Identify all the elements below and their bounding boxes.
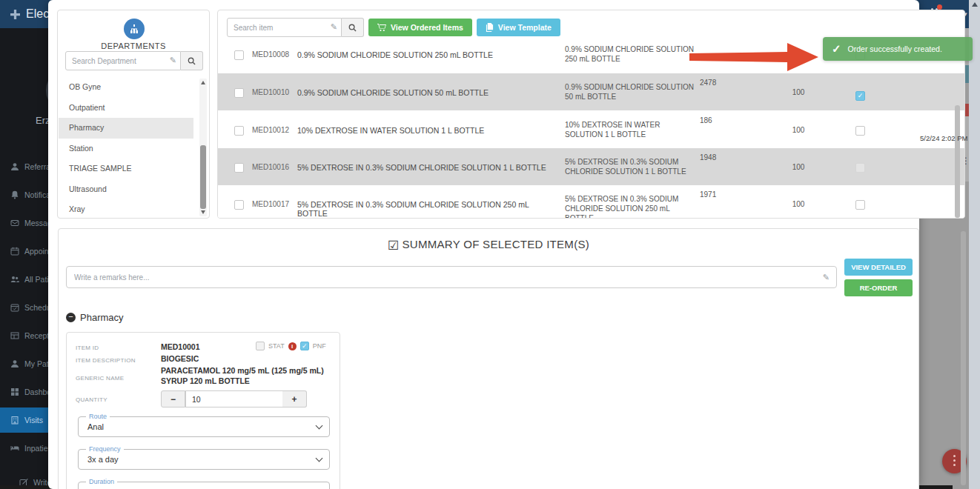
- item-id: MED10012: [252, 126, 289, 134]
- notification-badge: [937, 4, 942, 10]
- modal-scrollbar[interactable]: [961, 231, 966, 485]
- item-id: MED10017: [252, 200, 289, 208]
- selected-item-card: ITEM ID MED10001 STAT i ✓ PNF ITEM DESCR…: [66, 332, 340, 489]
- item-stock: 1971: [700, 190, 716, 199]
- department-item[interactable]: Station: [59, 139, 193, 159]
- sidebar-item-label: Appoint: [24, 247, 48, 256]
- generic-name-label: GENERIC NAME: [76, 375, 124, 382]
- departments-scrollbar[interactable]: [199, 79, 207, 216]
- stat-info-icon[interactable]: i: [288, 342, 297, 350]
- screen: Elec EN▼ Erz Referral Notifica Messag Ap…: [0, 0, 980, 489]
- items-toolbar: ✎ View Ordered Items View Template: [227, 17, 560, 38]
- item-id-label: ITEM ID: [76, 345, 99, 351]
- collapse-minus-icon[interactable]: −: [66, 313, 76, 322]
- view-detailed-button[interactable]: VIEW DETAILED: [844, 259, 913, 276]
- dictation-pen-icon[interactable]: ✎: [170, 56, 176, 65]
- table-row[interactable]: MED10016 5% DEXTROSE IN 0.3% SODIUM CHLO…: [218, 148, 964, 185]
- sidebar-item-reception[interactable]: Recepti: [0, 325, 48, 347]
- items-table: MED10008 0.9% SODIUM CHLORIDE SOLUTION 2…: [218, 41, 964, 219]
- sidebar-item-label: Notifica: [24, 190, 48, 199]
- select-checkbox-disabled[interactable]: [855, 162, 865, 176]
- person-icon: [10, 162, 19, 171]
- sidebar-item-notifications[interactable]: Notifica: [0, 184, 48, 206]
- dictation-pen-icon[interactable]: ✎: [331, 22, 337, 32]
- medical-cross-icon: [10, 10, 20, 19]
- row-checkbox[interactable]: [234, 162, 244, 176]
- item-stock: 2478: [700, 79, 716, 87]
- quantity-increase-button[interactable]: +: [282, 390, 307, 408]
- view-template-label: View Template: [498, 23, 552, 32]
- sidebar-item-messages[interactable]: Messag: [0, 212, 48, 234]
- sidebar-item-referrals[interactable]: Referral: [0, 156, 48, 178]
- department-item[interactable]: TRIAGE SAMPLE: [59, 159, 193, 179]
- calendar-icon: [10, 247, 19, 256]
- department-search-input[interactable]: [65, 51, 181, 70]
- department-item[interactable]: Outpatient: [59, 98, 193, 119]
- select-checkbox[interactable]: [855, 125, 865, 139]
- sidebar-item-dashboard[interactable]: Dashbo: [0, 381, 48, 403]
- duration-select[interactable]: Duration: [78, 482, 330, 489]
- department-item-selected[interactable]: Pharmacy: [59, 118, 193, 139]
- reorder-button[interactable]: RE-ORDER: [844, 279, 913, 296]
- item-id-value: MED10001: [161, 342, 200, 351]
- item-generic-name: 5% DEXTROSE IN 0.3% SODIUM CHLORIDE SOLU…: [565, 157, 698, 176]
- chevron-down-icon: [316, 455, 323, 462]
- departments-icon: [124, 19, 145, 39]
- sidebar-item-label: Recepti: [24, 331, 48, 340]
- item-quantity: 100: [785, 163, 812, 171]
- frequency-select[interactable]: Frequency 3x a day: [78, 449, 330, 470]
- department-search-button[interactable]: [181, 51, 203, 70]
- item-quantity: 100: [785, 200, 812, 208]
- item-id: MED10008: [252, 50, 289, 59]
- item-description-label: ITEM DESCRIPTION: [76, 357, 136, 364]
- sidebar-item-inpatients[interactable]: Inpatie: [0, 437, 48, 459]
- page-scrollbar[interactable]: [969, 0, 980, 489]
- pharmacy-group-header[interactable]: − Pharmacy: [66, 312, 124, 323]
- item-generic-name: 0.9% SODIUM CHLORIDE SOLUTION 50 mL BOTT…: [565, 82, 698, 102]
- check-icon: ✓: [832, 42, 841, 56]
- sidebar-item-visits[interactable]: Visits: [0, 408, 48, 433]
- stat-label: STAT: [268, 342, 285, 350]
- row-checkbox[interactable]: [234, 125, 244, 139]
- sidebar-item-label: All Pati: [24, 275, 48, 284]
- item-stock: 186: [700, 116, 712, 124]
- view-template-button[interactable]: View Template: [477, 19, 560, 36]
- item-search-input[interactable]: [227, 18, 342, 37]
- sidebar-item-label: My Pati: [24, 359, 48, 368]
- toast-message: Order successfully created.: [848, 44, 942, 53]
- item-generic-name: 10% DEXTROSE IN WATER SOLUTION 1 L BOTTL…: [565, 120, 698, 139]
- quantity-input[interactable]: [185, 390, 282, 408]
- sidebar-item-schedule[interactable]: Schedu: [0, 296, 48, 319]
- item-id: MED10016: [252, 163, 289, 171]
- quantity-decrease-button[interactable]: −: [161, 390, 185, 408]
- row-checkbox[interactable]: [234, 199, 244, 213]
- bed-icon: [10, 444, 19, 453]
- table-row[interactable]: MED10017 5% DEXTROSE IN 0.3% SODIUM CHLO…: [218, 185, 964, 219]
- table-row[interactable]: MED10012 10% DEXTROSE IN WATER SOLUTION …: [218, 111, 964, 148]
- department-item[interactable]: Xray: [59, 199, 193, 218]
- items-table-scrollbar[interactable]: [955, 105, 960, 218]
- sidebar-item-all-patients[interactable]: All Pati: [0, 268, 48, 290]
- department-item[interactable]: OB Gyne: [59, 77, 193, 98]
- sidebar-item-my-patients[interactable]: My Pati: [0, 353, 48, 375]
- success-toast: ✓ Order successfully created.: [823, 37, 973, 61]
- table-row[interactable]: MED10010 0.9% SODIUM CHLORIDE SOLUTION 5…: [218, 73, 964, 110]
- grid-icon: [10, 387, 19, 396]
- scrollbar-up-arrow[interactable]: [972, 2, 978, 7]
- select-checkbox[interactable]: [855, 199, 865, 213]
- pnf-checkbox[interactable]: ✓: [300, 342, 309, 350]
- department-item[interactable]: Ultrasound: [59, 179, 193, 200]
- remarks-input[interactable]: [66, 266, 837, 288]
- dictation-pen-icon[interactable]: ✎: [823, 273, 830, 282]
- view-ordered-items-button[interactable]: View Ordered Items: [368, 19, 472, 36]
- route-select[interactable]: Route Anal: [78, 416, 330, 437]
- sidebar-item-label: Messag: [24, 219, 48, 227]
- sidebar-item-appointments[interactable]: Appoint: [0, 240, 48, 262]
- envelope-icon: [10, 219, 19, 227]
- generic-name-value: PARACETAMOL 120 mg/5 mL (125 mg/5 mL) SY…: [161, 365, 336, 386]
- stat-checkbox[interactable]: [256, 342, 265, 350]
- row-checkbox[interactable]: [234, 87, 244, 101]
- select-checkbox-checked[interactable]: ✓: [855, 87, 865, 101]
- item-search-button[interactable]: [342, 18, 364, 37]
- row-checkbox[interactable]: [234, 50, 244, 63]
